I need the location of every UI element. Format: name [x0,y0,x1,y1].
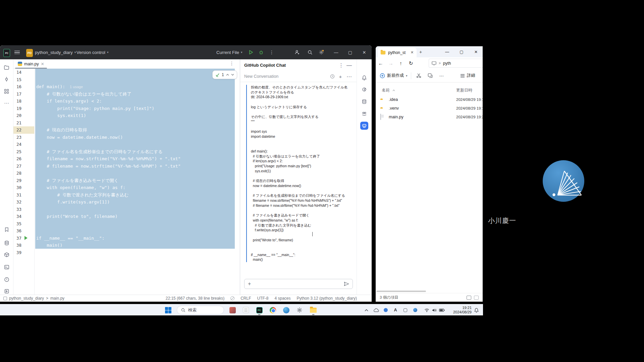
copilot-chat-icon-active[interactable] [360,122,368,130]
editor-line[interactable]: 20 sys.exit(1) [13,112,240,119]
taskbar-search[interactable]: 検索 [177,306,224,314]
editor-line[interactable]: 14 [13,69,240,76]
more-toolwindows-icon[interactable]: ⋯ [3,99,11,107]
editor-line[interactable]: 16def main():1 usage [13,83,240,90]
run-line-icon[interactable] [24,236,28,240]
ime-mode-indicator[interactable]: A [392,304,399,316]
tab-close-icon[interactable]: ✕ [41,62,44,66]
editor-line[interactable]: 17 # 引数がない場合はエラーを出力して終了 [13,90,240,98]
start-button[interactable] [163,304,173,316]
highlighting-level-icon[interactable] [230,296,234,300]
copilot-status-icon[interactable] [360,110,368,118]
cut-icon[interactable] [413,73,425,78]
file-row[interactable]: .idea2024/08/29 19:1 [376,95,483,104]
maximize-button[interactable]: ▢ [346,48,354,56]
editor-line[interactable]: 27 # filename = now.strftime("%Y-%m-%d-%… [13,163,240,170]
taskbar-settings-icon[interactable] [296,304,304,316]
caret-position-widget[interactable]: 22:15 (667 chars, 38 line breaks) [166,296,224,301]
editor-line[interactable]: 28 [13,170,240,177]
file-row[interactable]: .venv2024/08/29 19:1 [376,104,483,113]
editor-line[interactable]: 23 now = datetime.datetime.now() [13,134,240,141]
problems-toolwindow-icon[interactable] [3,276,11,284]
column-modified[interactable]: 更新日時 [456,87,472,93]
chat-input-box[interactable]: + [244,279,353,289]
editor-line[interactable]: 37if __name__ == "__main__": [13,235,240,242]
taskbar-notes-icon[interactable] [242,304,250,316]
list-view-toggle-icon[interactable] [467,296,471,300]
explorer-minimize-button[interactable]: — [440,46,454,57]
editor-line[interactable]: 35 [13,220,240,228]
editor-line[interactable]: 22 # 現在の日時を取得 [13,126,240,134]
inspection-widget[interactable]: 1 [212,70,237,79]
tray-app-icon[interactable] [382,304,389,316]
taskbar-app-icon[interactable] [228,304,236,316]
tray-system-icons[interactable] [423,304,445,316]
hide-panel-icon[interactable]: — [346,62,353,69]
notifications-icon[interactable] [360,74,368,82]
attach-context-icon[interactable]: + [248,281,251,287]
structure-toolwindow-icon[interactable] [3,87,11,95]
explorer-tab[interactable]: python_st ✕ [378,48,417,57]
large-view-toggle-icon[interactable] [474,296,479,300]
terminal-toolwindow-icon[interactable] [3,263,11,271]
send-message-icon[interactable] [344,282,349,286]
editor-line[interactable]: 25 # ファイル名を生成秒単位までの日時をファイル名にする [13,148,240,156]
editor-line[interactable]: 15 [13,76,240,83]
tab-main-py[interactable]: main.py ✕ [15,59,47,68]
editor-line[interactable]: 24 [13,141,240,148]
column-name[interactable]: 名前 [382,87,395,93]
new-tab-icon[interactable]: + [419,49,422,55]
line-separator-widget[interactable]: CRLF [240,296,251,301]
tab-close-icon[interactable]: ✕ [411,50,414,55]
editor-line[interactable]: 26 filename = now.strftime("%Y-%m-%d-%H%… [13,155,240,163]
file-row[interactable]: main.py2024/08/29 19:2 [376,113,483,121]
ai-assistant-icon[interactable] [360,85,368,94]
interpreter-widget[interactable]: Python 3.12 (python_study_diary) [297,296,357,301]
view-details-button[interactable]: 詳細 [460,73,475,78]
encoding-widget[interactable]: UTF-8 [257,296,269,301]
run-button[interactable] [247,48,255,56]
taskbar-edge-icon[interactable] [282,304,290,316]
search-everywhere-button[interactable] [306,48,314,56]
next-problem-icon[interactable] [231,74,234,76]
explorer-maximize-button[interactable]: ▢ [455,46,468,57]
notification-bell-icon[interactable] [472,304,480,316]
prev-problem-icon[interactable] [226,74,229,76]
editor-line[interactable]: 21 [13,119,240,127]
copy-icon[interactable] [425,73,436,78]
address-bar[interactable]: > pyth [429,59,483,68]
explorer-close-button[interactable]: ✕ [469,46,483,57]
history-icon[interactable] [329,73,336,80]
chat-more-icon[interactable]: ⋯ [346,73,353,80]
tray-show-hidden-icon[interactable] [363,304,370,316]
editor-line[interactable]: 36 [13,227,240,235]
code-with-me-button[interactable] [293,48,301,56]
tray-icon-generic[interactable] [402,304,409,316]
editor-line[interactable]: 19 print("Usage: python main.py [text]") [13,105,240,112]
database-toolwindow-icon[interactable] [3,239,11,247]
editor-line[interactable]: 31 # 引数で渡された文字列を書き込む [13,191,240,199]
editor-line[interactable]: 29 # ファイルを書き込みモードで開く [13,177,240,184]
settings-button[interactable] [317,48,325,56]
toolbar-more-icon[interactable]: ⋯ [436,73,447,78]
horizontal-scrollbar[interactable] [376,290,483,292]
code-editor[interactable]: 141516def main():1 usage17 # 引数がない場合はエラー… [13,69,240,295]
forward-icon[interactable]: → [386,60,396,66]
new-chat-icon[interactable]: + [337,73,344,80]
editor-line[interactable]: 30 with open(filename, "w") as f: [13,184,240,191]
minimize-button[interactable]: — [332,48,340,56]
new-item-button[interactable]: 新規作成 ▾ [380,73,408,78]
editor-line[interactable]: 38 main() [13,242,240,249]
python-packages-toolwindow-icon[interactable] [3,251,11,259]
tray-icon-blue[interactable] [412,304,419,316]
project-toolwindow-icon[interactable] [3,63,11,71]
editor-line[interactable]: 34 print("Wrote to", filename) [13,213,240,220]
more-actions-button[interactable]: ⋮ [268,48,276,56]
editor-line[interactable]: 18 if len(sys.argv) < 2: [13,98,240,105]
indent-widget[interactable]: 4 spaces [275,296,291,301]
main-menu-button[interactable] [14,48,20,56]
vcs-menu[interactable]: Version control▾ [76,48,109,56]
database-panel-icon[interactable] [360,98,368,106]
usage-inlay-hint[interactable]: 1 usage [70,85,83,89]
taskbar-pycharm-icon[interactable]: PC [255,304,263,316]
